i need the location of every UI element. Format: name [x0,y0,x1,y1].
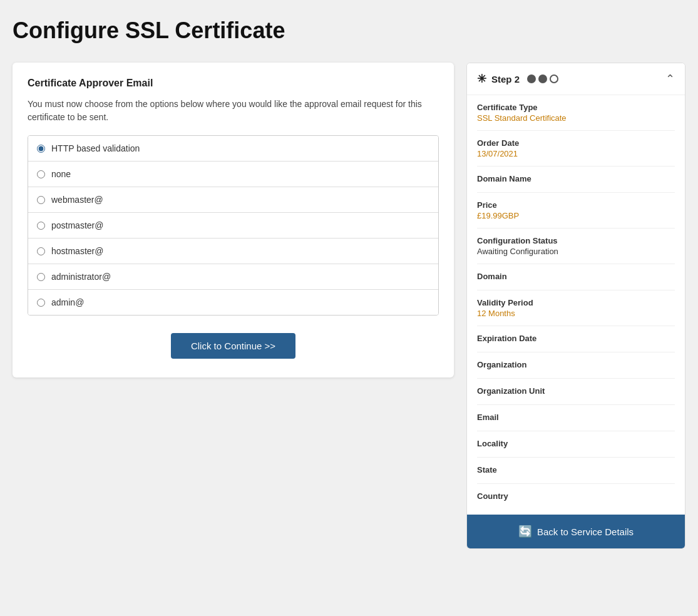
info-label-4: Configuration Status [477,236,675,245]
info-label-12: State [477,465,675,475]
left-panel: Certificate Approver Email You must now … [0,56,466,390]
info-label-2: Domain Name [477,174,675,183]
radio-opt_postmaster[interactable] [37,222,45,230]
right-header: ✳ Step 2 ⌃ [467,63,685,95]
option-label-opt_administrator[interactable]: administrator@ [51,272,111,282]
option-row-opt_postmaster[interactable]: postmaster@ [28,213,438,239]
right-panel: ✳ Step 2 ⌃ Certificate TypeSSL Standard … [466,63,685,549]
step-circles [527,74,558,83]
right-body: Certificate TypeSSL Standard Certificate… [467,95,685,510]
continue-button[interactable]: Click to Continue >> [171,333,295,359]
option-row-opt_administrator[interactable]: administrator@ [28,264,438,290]
info-label-13: Country [477,491,675,501]
info-row-2: Domain Name [477,167,675,193]
info-row-1: Order Date13/07/2021 [477,131,675,167]
option-label-opt_postmaster[interactable]: postmaster@ [51,220,103,230]
option-row-opt_hostmaster[interactable]: hostmaster@ [28,239,438,264]
option-label-opt_admin[interactable]: admin@ [51,297,84,307]
option-row-opt_none[interactable]: none [28,162,438,187]
info-row-5: Domain [477,264,675,290]
info-row-9: Organization Unit [477,379,675,405]
info-row-6: Validity Period12 Months [477,290,675,326]
radio-opt_hostmaster[interactable] [37,247,45,255]
option-label-opt_none[interactable]: none [51,169,71,179]
info-label-11: Locality [477,439,675,448]
info-row-4: Configuration StatusAwaiting Configurati… [477,228,675,264]
radio-opt_administrator[interactable] [37,273,45,281]
info-label-9: Organization Unit [477,386,675,396]
info-label-5: Domain [477,272,675,281]
card-description: You must now choose from the options bel… [28,98,439,124]
options-table: HTTP based validationnonewebmaster@postm… [28,135,439,316]
info-label-3: Price [477,200,675,210]
step-circle-3 [550,74,558,83]
info-row-8: Organization [477,352,675,379]
card-title: Certificate Approver Email [28,78,439,89]
step-text: Step 2 [491,74,520,85]
info-label-7: Expiration Date [477,334,675,343]
info-value-0: SSL Standard Certificate [477,113,675,123]
option-label-opt_http[interactable]: HTTP based validation [51,143,140,153]
option-row-opt_http[interactable]: HTTP based validation [28,136,438,162]
info-value-3: £19.99GBP [477,211,675,220]
back-button-label: Back to Service Details [537,526,634,537]
option-label-opt_webmaster[interactable]: webmaster@ [51,195,103,205]
info-row-11: Locality [477,431,675,458]
info-row-0: Certificate TypeSSL Standard Certificate [477,95,675,131]
info-value-6: 12 Months [477,309,675,318]
option-row-opt_webmaster[interactable]: webmaster@ [28,187,438,213]
step-circle-1 [527,74,536,83]
info-value-1: 13/07/2021 [477,149,675,158]
radio-opt_webmaster[interactable] [37,196,45,204]
info-label-8: Organization [477,360,675,369]
step-label: ✳ Step 2 [477,72,558,86]
radio-opt_http[interactable] [37,145,45,153]
back-icon: 🔄 [518,525,532,538]
info-row-3: Price£19.99GBP [477,193,675,228]
info-row-10: Email [477,405,675,431]
radio-opt_none[interactable] [37,170,45,178]
certificate-card: Certificate Approver Email You must now … [13,63,454,377]
info-value-4: Awaiting Configuration [477,247,675,256]
page-title: Configure SSL Certificate [0,0,698,56]
step-icon: ✳ [477,72,486,86]
info-row-7: Expiration Date [477,326,675,352]
info-label-1: Order Date [477,138,675,148]
info-label-6: Validity Period [477,298,675,307]
radio-opt_admin[interactable] [37,299,45,307]
option-row-opt_admin[interactable]: admin@ [28,290,438,315]
info-row-12: State [477,458,675,484]
collapse-icon[interactable]: ⌃ [665,72,675,86]
info-label-0: Certificate Type [477,103,675,112]
info-row-13: Country [477,484,675,510]
info-label-10: Email [477,413,675,422]
back-to-service-button[interactable]: 🔄 Back to Service Details [467,515,685,548]
option-label-opt_hostmaster[interactable]: hostmaster@ [51,246,103,256]
step-circle-2 [538,74,547,83]
